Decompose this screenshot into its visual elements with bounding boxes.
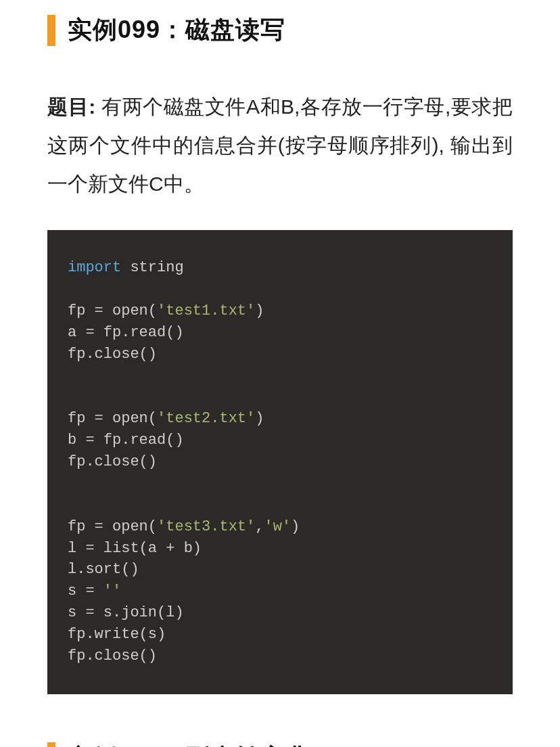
accent-bar-icon xyxy=(47,15,55,46)
code-string: 'test2.txt' xyxy=(157,410,255,427)
code-keyword-import: import xyxy=(68,259,121,276)
code-text: string xyxy=(121,259,183,276)
code-text: fp = open( xyxy=(68,410,157,427)
code-text: b = fp.read() xyxy=(68,432,184,449)
code-text: ) xyxy=(291,518,300,535)
code-text: l = list(a + b) xyxy=(68,540,202,557)
code-text: s = s.join(l) xyxy=(68,604,184,621)
section-heading-099: 实例099：磁盘读写 xyxy=(0,14,560,47)
code-text: ) xyxy=(255,410,264,427)
code-text: ) xyxy=(255,302,264,319)
page: 实例099：磁盘读写 题目: 有两个磁盘文件A和B,各存放一行字母,要求把这两个… xyxy=(0,0,560,747)
code-block: import string fp = open('test1.txt') a =… xyxy=(47,230,513,694)
code-text: fp.close() xyxy=(68,453,157,470)
code-string: 'test3.txt' xyxy=(157,518,255,535)
problem-label: 题目: xyxy=(47,95,95,118)
code-text: a = fp.read() xyxy=(68,324,184,341)
code-text: , xyxy=(255,518,264,535)
code-text: fp.close() xyxy=(68,648,157,664)
code-text: fp = open( xyxy=(68,302,157,319)
code-text: fp.close() xyxy=(68,346,157,363)
code-text: fp = open( xyxy=(68,518,157,535)
section-heading-100: 实例100：列表转字典 xyxy=(0,742,560,747)
problem-text: 有两个磁盘文件A和B,各存放一行字母,要求把这两个文件中的信息合并(按字母顺序排… xyxy=(47,95,513,195)
code-text: l.sort() xyxy=(68,561,139,578)
code-text: s = xyxy=(68,583,103,599)
problem-statement: 题目: 有两个磁盘文件A和B,各存放一行字母,要求把这两个文件中的信息合并(按字… xyxy=(0,87,560,203)
heading-text-100: 实例100：列表转字典 xyxy=(68,742,310,747)
code-text: fp.write(s) xyxy=(68,626,166,643)
heading-text-099: 实例099：磁盘读写 xyxy=(68,14,285,47)
accent-bar-icon xyxy=(47,742,55,747)
code-string: 'w' xyxy=(264,518,291,535)
code-string: 'test1.txt' xyxy=(157,302,255,319)
code-string: '' xyxy=(103,583,121,599)
